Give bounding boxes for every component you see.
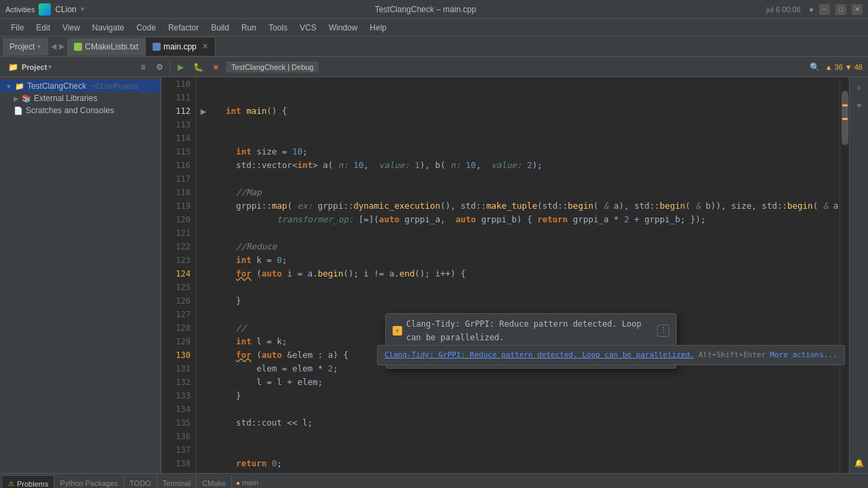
main-label: main <box>242 479 258 487</box>
menu-tools[interactable]: Tools <box>263 22 293 34</box>
intention-text-1: Clang-Tidy: GrPPI: Reduce pattern detect… <box>406 317 653 344</box>
gutter-121 <box>197 226 210 240</box>
menu-help[interactable]: Help <box>364 22 392 34</box>
app-name[interactable]: CLion <box>55 5 76 14</box>
stop-button[interactable]: ■ <box>208 60 223 75</box>
line-117 <box>216 172 840 186</box>
code-editor[interactable]: 110 111 112 113 114 115 116 117 118 119 … <box>161 77 849 473</box>
intention-icon-1: ⚡ <box>393 326 402 336</box>
menu-window[interactable]: Window <box>323 22 363 34</box>
menu-navigate[interactable]: Navigate <box>87 22 130 34</box>
run-configuration[interactable]: TestClangCheck | Debug <box>226 62 319 73</box>
folder-icon-ext: 📚 <box>22 94 31 103</box>
tree-ext-label: External Libraries <box>34 94 97 103</box>
title-bar: Activities CLion ▾ TestClangCheck – main… <box>0 0 868 19</box>
app-dropdown-icon[interactable]: ▾ <box>81 5 85 14</box>
clock: jul 6 00:08 <box>766 5 801 14</box>
bottom-tab-cmake[interactable]: CMake <box>197 475 232 488</box>
tabs-bar: Project ▾ ◀ ▶ CMakeLists.txt main.cpp ✕ <box>0 37 868 57</box>
cmake-bottom-tab-label: CMake <box>202 479 226 487</box>
code-content[interactable]: int main() { int size = 10; std::vector<… <box>210 77 840 473</box>
tree-external-libs[interactable]: ▶ 📚 External Libraries <box>0 92 161 104</box>
bottom-tab-problems[interactable]: ⚠ Problems <box>3 475 54 488</box>
project-dropdown[interactable]: ▾ <box>48 63 52 70</box>
tree-scratches[interactable]: 📄 Scratches and Consoles <box>0 104 161 117</box>
sidebar-structure-icon[interactable]: ≡ <box>852 80 867 95</box>
tab-cmake[interactable]: CMakeLists.txt <box>67 38 146 56</box>
maximize-button[interactable]: □ <box>835 4 846 15</box>
tab-main-cpp[interactable]: main.cpp ✕ <box>146 38 216 56</box>
line-121 <box>216 226 840 240</box>
menu-code[interactable]: Code <box>131 22 161 34</box>
menu-view[interactable]: View <box>57 22 85 34</box>
clion-logo <box>39 3 51 16</box>
gutter-116 <box>197 159 210 172</box>
tab-project[interactable]: Project ▾ <box>3 38 48 56</box>
intention-more-options[interactable]: ⋮ <box>657 325 669 337</box>
gutter-113 <box>197 118 210 131</box>
line-116: std::vector<int> a( n: 10, value: 1), b(… <box>216 159 840 172</box>
line-133: } <box>216 389 840 403</box>
problems-tab-label: Problems <box>17 480 48 488</box>
gutter-118 <box>197 186 210 199</box>
menu-file[interactable]: File <box>5 22 29 34</box>
gutter-123 <box>197 253 210 267</box>
menu-vcs[interactable]: VCS <box>294 22 322 34</box>
close-tab-icon[interactable]: ✕ <box>202 42 208 51</box>
folder-icon-root: 📁 <box>15 82 24 91</box>
close-button[interactable]: ✕ <box>852 4 863 15</box>
line-112: int main() { <box>216 104 840 118</box>
menu-bar: File Edit View Navigate Code Refactor Bu… <box>0 19 868 37</box>
system-indicator: ● <box>809 5 814 14</box>
run-button[interactable]: ▶ <box>173 60 188 75</box>
minimize-button[interactable]: ─ <box>819 4 830 15</box>
tree-root[interactable]: ▼ 📁 TestClangCheck ~/CLionProjects <box>0 80 161 92</box>
terminal-tab-label: Terminal <box>163 479 191 487</box>
intention-item-1[interactable]: ⚡ Clang-Tidy: GrPPI: Reduce pattern dete… <box>386 314 676 348</box>
sidebar-notifications-icon[interactable]: 🔔 <box>852 455 867 470</box>
debug-button[interactable]: 🐛 <box>191 60 205 75</box>
status-popup: Clang-Tidy: GrPPI: Reduce pattern detect… <box>377 345 845 365</box>
nav-back[interactable]: ◀ <box>51 42 56 51</box>
cmake-file-icon <box>74 43 82 51</box>
project-label: Project <box>22 63 47 71</box>
project-tab-label: Project <box>9 42 35 52</box>
gutter-112: ▶ <box>197 104 210 118</box>
sidebar-fav-icon[interactable]: ★ <box>852 98 867 113</box>
menu-run[interactable]: Run <box>236 22 262 34</box>
bottom-tab-python[interactable]: Python Packages <box>54 475 124 488</box>
status-action-link[interactable]: Clang-Tidy: GrPPI: Reduce pattern detect… <box>384 348 694 362</box>
line-120: transformer_op: [=](auto grppi_a, auto g… <box>216 213 840 226</box>
search-btn[interactable]: 🔍 <box>808 60 823 75</box>
toolbar-project-icon[interactable]: 📁 <box>5 60 20 75</box>
gear-btn[interactable]: ⚙ <box>152 60 167 75</box>
line-126: } <box>216 294 840 308</box>
gutter-110 <box>197 77 210 91</box>
project-panel: ▼ 📁 TestClangCheck ~/CLionProjects ▶ 📚 E… <box>0 77 161 473</box>
line-118: //Map <box>216 186 840 199</box>
activities-button[interactable]: Activities <box>5 5 35 14</box>
menu-refactor[interactable]: Refactor <box>163 22 204 34</box>
tree-arrow-root: ▼ <box>5 83 12 90</box>
scroll-warning-2 <box>842 118 848 120</box>
title-bar-left: Activities CLion ▾ <box>5 3 85 16</box>
bottom-tab-terminal[interactable]: Terminal <box>157 475 197 488</box>
project-tab-dropdown[interactable]: ▾ <box>37 43 41 50</box>
vertical-scrollbar[interactable] <box>840 77 849 473</box>
menu-edit[interactable]: Edit <box>31 22 56 34</box>
code-display: 110 111 112 113 114 115 116 117 118 119 … <box>161 77 849 473</box>
more-actions-link[interactable]: More actions... <box>770 348 837 362</box>
line-136 <box>216 430 840 443</box>
line-135: std::cout << l; <box>216 416 840 430</box>
collapse-all-btn[interactable]: ≡ <box>136 60 151 75</box>
main-tab-label: main.cpp <box>163 42 197 52</box>
line-111 <box>216 91 840 104</box>
line-138: return 0; <box>216 457 840 470</box>
editor-area[interactable]: 110 111 112 113 114 115 116 117 118 119 … <box>161 77 849 473</box>
bottom-tab-todo[interactable]: TODO <box>124 475 157 488</box>
line-110 <box>216 77 840 91</box>
line-125 <box>216 281 840 294</box>
nav-fwd[interactable]: ▶ <box>59 42 64 51</box>
menu-build[interactable]: Build <box>205 22 235 34</box>
warning-count: ▲ 36 ▼ 48 <box>825 63 863 71</box>
